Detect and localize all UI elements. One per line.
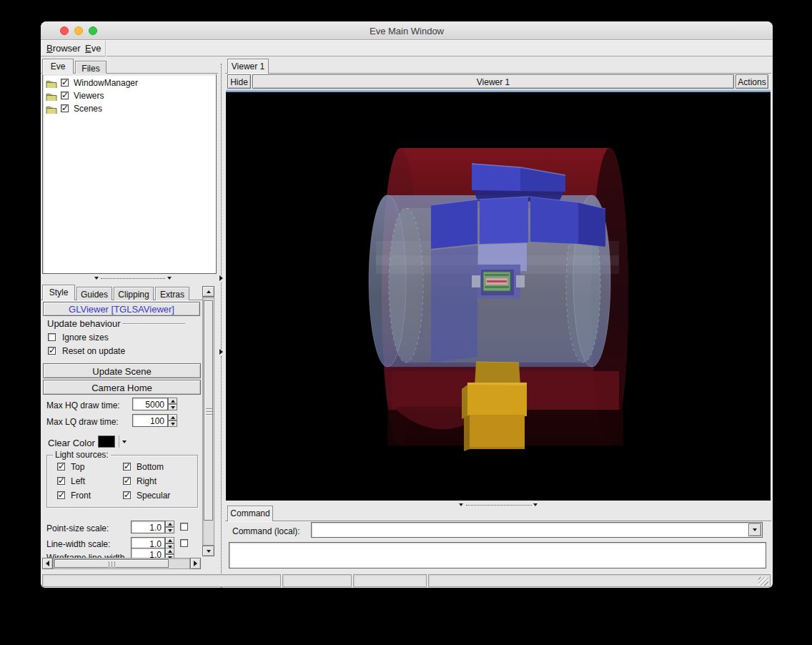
spin-down-button[interactable] — [168, 404, 177, 410]
status-cell — [428, 574, 771, 587]
point-size-checkbox[interactable] — [180, 523, 188, 531]
chevron-down-icon — [122, 440, 127, 443]
thumb-grip-icon — [114, 561, 115, 567]
arrow-up-icon — [207, 290, 211, 293]
scroll-up-button[interactable] — [202, 286, 214, 297]
tree-checkbox[interactable] — [61, 104, 69, 112]
vertical-scrollbar[interactable] — [202, 297, 214, 546]
spin-up-button[interactable] — [165, 537, 174, 543]
ignore-sizes-checkbox[interactable] — [48, 333, 56, 341]
tree-row-scenes[interactable]: Scenes — [46, 104, 210, 117]
line-width-label: Line-width scale: — [46, 539, 110, 549]
detector-3d-render — [226, 92, 771, 501]
tree-checkbox[interactable] — [61, 92, 69, 99]
command-combobox[interactable] — [311, 522, 763, 538]
spin-up-button[interactable] — [168, 398, 177, 404]
tree-row-viewers[interactable]: Viewers — [46, 91, 210, 104]
update-behaviour-title: Update behaviour — [47, 319, 121, 329]
menu-item-eve[interactable]: Eve — [82, 41, 104, 56]
tab-viewer-1[interactable]: Viewer 1 — [227, 59, 269, 74]
arrow-up-icon — [171, 400, 175, 403]
light-bottom-checkbox[interactable] — [123, 463, 131, 471]
gl-viewport[interactable] — [226, 92, 771, 501]
light-top-label: Top — [71, 462, 84, 472]
arrow-right-icon — [194, 561, 197, 566]
spin-down-button[interactable] — [168, 420, 177, 427]
hide-button[interactable]: Hide — [227, 74, 251, 89]
style-panel: GLViewer [TGLSAViewer] Update behaviour … — [42, 300, 202, 558]
scroll-down-button[interactable] — [202, 546, 214, 556]
light-front-checkbox[interactable] — [57, 491, 65, 499]
arrow-up-icon — [168, 539, 172, 542]
minimize-button[interactable] — [74, 26, 83, 35]
max-hq-spinner — [168, 398, 177, 410]
splitter-dots — [466, 505, 532, 506]
menu-item-browser[interactable]: Browser — [44, 41, 84, 56]
command-dropdown-button[interactable] — [748, 523, 761, 536]
max-hq-input[interactable]: 5000 — [132, 398, 168, 410]
max-lq-label: Max LQ draw time: — [46, 417, 119, 427]
spin-up-button[interactable] — [165, 548, 174, 554]
point-size-label: Point-size scale: — [46, 523, 109, 533]
tab-guides[interactable]: Guides — [76, 287, 112, 300]
reset-on-update-checkbox[interactable] — [48, 347, 56, 355]
tree-checkbox[interactable] — [61, 79, 69, 87]
eve-main-window: Eve Main Window Browser Eve Eve Files Wi… — [41, 21, 773, 588]
panel-splitter[interactable] — [218, 56, 225, 574]
glviewer-button[interactable]: GLViewer [TGLSAViewer] — [43, 302, 200, 316]
tree-row-windowmanager[interactable]: WindowManager — [46, 78, 210, 91]
light-right-label: Right — [137, 476, 157, 486]
zoom-button[interactable] — [89, 26, 97, 35]
clear-color-dropdown[interactable] — [119, 435, 129, 448]
max-lq-input[interactable]: 100 — [132, 414, 168, 427]
scroll-left-button[interactable] — [42, 558, 53, 569]
chevron-down-icon — [753, 528, 757, 531]
tab-files[interactable]: Files — [75, 61, 107, 74]
scroll-right-button[interactable] — [190, 558, 201, 569]
splitter-dots — [221, 356, 222, 588]
actions-button[interactable]: Actions — [736, 74, 768, 89]
spin-down-button[interactable] — [165, 527, 174, 533]
wireframe-label: Wireframe line-width — [46, 553, 124, 558]
spin-up-button[interactable] — [168, 414, 177, 420]
title-bar[interactable]: Eve Main Window — [41, 21, 773, 40]
tree-item-label[interactable]: Viewers — [74, 91, 104, 102]
light-sources-title: Light sources: — [53, 450, 111, 460]
horizontal-scrollbar[interactable] — [53, 558, 190, 569]
clear-color-swatch[interactable] — [98, 435, 115, 448]
splitter-dots — [221, 64, 222, 275]
update-scene-button[interactable]: Update Scene — [43, 363, 201, 378]
tab-extras[interactable]: Extras — [155, 287, 189, 300]
tree-item-label[interactable]: Scenes — [74, 104, 102, 114]
light-top-checkbox[interactable] — [57, 463, 65, 471]
tree-splitter[interactable] — [41, 274, 218, 282]
splitter-dots — [101, 278, 165, 279]
viewer-title-bar[interactable]: Viewer 1 — [252, 74, 734, 89]
tree-item-label[interactable]: WindowManager — [74, 78, 138, 89]
spin-up-button[interactable] — [165, 521, 174, 527]
viewport-splitter[interactable] — [226, 501, 771, 509]
camera-home-button[interactable]: Camera Home — [43, 380, 201, 395]
tab-style[interactable]: Style — [42, 285, 75, 300]
arrow-left-icon — [46, 561, 49, 566]
scrollbar-thumb[interactable] — [54, 559, 169, 568]
scene-tree[interactable]: WindowManager Viewers Scenes — [42, 74, 217, 274]
line-width-checkbox[interactable] — [180, 539, 188, 547]
light-left-checkbox[interactable] — [57, 477, 65, 485]
status-cell — [353, 574, 427, 587]
point-size-input[interactable]: 1.0 — [131, 521, 165, 533]
tab-command[interactable]: Command — [227, 506, 273, 521]
resize-grip[interactable] — [758, 577, 768, 586]
light-specular-checkbox[interactable] — [123, 491, 131, 499]
wireframe-input[interactable]: 1.0 — [131, 548, 165, 558]
window-title: Eve Main Window — [41, 21, 773, 40]
light-specular-label: Specular — [137, 491, 170, 501]
tab-eve[interactable]: Eve — [42, 59, 74, 74]
splitter-arrow-icon — [533, 503, 538, 506]
close-button[interactable] — [60, 26, 69, 35]
light-right-checkbox[interactable] — [123, 477, 131, 485]
point-size-spinner — [165, 521, 174, 533]
tab-clipping[interactable]: Clipping — [114, 287, 154, 300]
scrollbar-thumb[interactable] — [204, 300, 213, 521]
command-output[interactable] — [229, 542, 766, 568]
